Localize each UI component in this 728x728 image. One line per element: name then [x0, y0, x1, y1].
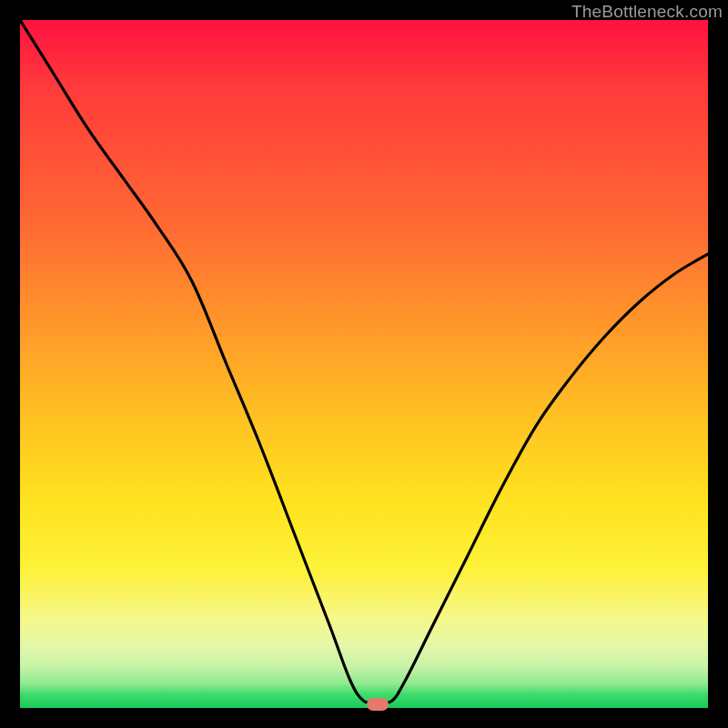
bottleneck-curve — [20, 20, 708, 708]
chart-frame: TheBottleneck.com — [0, 0, 728, 728]
optimal-marker — [367, 698, 389, 711]
watermark-text: TheBottleneck.com — [571, 2, 723, 22]
